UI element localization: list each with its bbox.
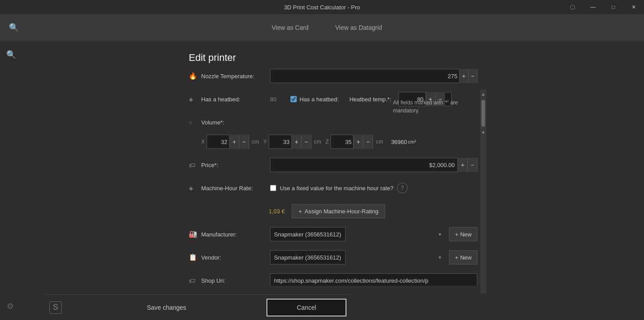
- vendor-new-plus-icon: +: [455, 254, 458, 261]
- vendor-new-label: New: [460, 254, 472, 261]
- y-unit: cm: [314, 139, 321, 145]
- z-decrement[interactable]: −: [363, 135, 373, 149]
- title-bar: 3D Print Cost Calculator - Pro ⬡ — □ ✕: [0, 0, 644, 14]
- shop-uri-row: 🏷 Shop Uri:: [189, 272, 477, 286]
- dialog-title: Edit printer: [180, 45, 486, 68]
- x-label: X: [201, 139, 205, 145]
- heatbed-static-value: 80: [270, 96, 276, 103]
- cancel-button[interactable]: Cancel: [266, 299, 346, 316]
- info-panel: All fields marked with '*' are mandatory…: [389, 94, 486, 119]
- price-content: + −: [270, 158, 477, 172]
- heatbed-checkbox-label: Has a heatbed:: [290, 96, 338, 103]
- nozzle-temp-decrement[interactable]: −: [468, 69, 477, 83]
- heatbed-label: Has a heatbed:: [201, 96, 270, 103]
- manufacturer-select[interactable]: Snapmaker (3656531612): [270, 227, 346, 241]
- manufacturer-row: 🏭 Manufacturer: Snapmaker (3656531612) ▼: [189, 226, 477, 242]
- mhr-checkbox-text: Use a fixed value for the machine hour r…: [280, 185, 394, 192]
- price-row: 🏷 Price*: + −: [189, 157, 477, 173]
- nozzle-temp-increment[interactable]: +: [459, 69, 468, 83]
- manufacturer-dropdown-wrapper: Snapmaker (3656531612) ▼: [270, 227, 445, 241]
- assign-mhr-button[interactable]: + Assign Machine-Hour-Rating: [292, 204, 385, 218]
- manufacturer-new-button[interactable]: + New: [449, 227, 477, 241]
- scroll-bar[interactable]: ▲ ▼: [480, 90, 486, 293]
- y-label: Y: [263, 139, 267, 145]
- shop-uri-label: Shop Uri:: [201, 277, 270, 284]
- save-changes-button[interactable]: Save changes: [67, 299, 266, 316]
- view-as-datagrid-link[interactable]: View as Datagrid: [335, 24, 382, 31]
- scroll-down-arrow[interactable]: ▼: [479, 128, 487, 137]
- manufacturer-label: Manufacturer:: [201, 231, 270, 238]
- x-input-group: + −: [207, 135, 249, 149]
- price-input-group: + −: [270, 158, 477, 172]
- heatbed-checkbox[interactable]: [290, 96, 297, 102]
- nozzle-temp-input-group: + −: [270, 69, 477, 83]
- z-increment[interactable]: +: [353, 135, 363, 149]
- price-input[interactable]: [270, 162, 457, 168]
- vendor-select[interactable]: Snapmaker (3656531612): [270, 250, 346, 264]
- volume-total: 36960: [391, 139, 407, 145]
- window-controls: ⬡ — □ ✕: [562, 0, 644, 14]
- maximize-button[interactable]: □: [603, 0, 624, 14]
- main-area: 🔍 ⚙ ▲ ▼ Edit printer All fields marked w…: [0, 41, 644, 320]
- mhr-content: Use a fixed value for the machine hour r…: [270, 183, 477, 193]
- minimize-button[interactable]: —: [583, 0, 603, 14]
- plus-icon: +: [298, 208, 302, 215]
- z-label: Z: [326, 139, 329, 145]
- nozzle-temp-icon: 🔥: [189, 72, 201, 80]
- y-input-group: + −: [269, 135, 311, 149]
- close-button[interactable]: ✕: [624, 0, 644, 14]
- volume-total-unit: cm³: [408, 139, 416, 144]
- nozzle-temp-content: + −: [270, 69, 477, 83]
- left-sidebar: 🔍: [0, 41, 22, 320]
- vendor-new-button[interactable]: + New: [449, 250, 477, 264]
- footer-icon: S: [44, 301, 67, 314]
- y-decrement[interactable]: −: [301, 135, 311, 149]
- nav-links: View as Card View as Datagrid: [19, 24, 635, 31]
- z-input[interactable]: [331, 139, 353, 145]
- dialog-footer: S Save changes Cancel: [44, 294, 351, 320]
- mhr-checkbox[interactable]: [270, 185, 276, 191]
- x-unit: cm: [252, 139, 259, 145]
- shop-uri-input[interactable]: [270, 273, 477, 286]
- y-input[interactable]: [269, 139, 291, 145]
- mhr-checkbox-label: Use a fixed value for the machine hour r…: [270, 185, 394, 192]
- volume-inputs: X + − cm Y + − cm: [201, 135, 416, 149]
- x-increment[interactable]: +: [229, 135, 239, 149]
- mhr-value: 1,03 €: [269, 208, 285, 215]
- volume-inputs-row: X + − cm Y + − cm: [189, 134, 477, 150]
- sidebar-search-icon[interactable]: 🔍: [6, 50, 16, 60]
- vendor-row: 📋 Vendor: Snapmaker (3656531612) ▼ +: [189, 249, 477, 265]
- x-decrement[interactable]: −: [239, 135, 249, 149]
- price-increment[interactable]: +: [457, 158, 467, 172]
- mhr-assign-content: 1,03 € + Assign Machine-Hour-Rating: [269, 204, 477, 218]
- mhr-assign-row: 1,03 € + Assign Machine-Hour-Rating: [189, 203, 477, 219]
- dialog: ▲ ▼ Edit printer All fields marked with …: [22, 41, 644, 320]
- manufacturer-dropdown-group: Snapmaker (3656531612) ▼ + New: [270, 227, 477, 241]
- gear-icon[interactable]: ⚙: [7, 301, 14, 311]
- vendor-icon: 📋: [189, 253, 201, 261]
- manufacturer-content: Snapmaker (3656531612) ▼ + New: [270, 227, 477, 241]
- nav-bar: 🔍 View as Card View as Datagrid: [0, 14, 644, 41]
- y-increment[interactable]: +: [291, 135, 301, 149]
- vendor-content: Snapmaker (3656531612) ▼ + New: [270, 250, 477, 264]
- price-icon: 🏷: [189, 161, 201, 169]
- volume-label: Volume*:: [201, 119, 270, 126]
- manufacturer-icon: 🏭: [189, 230, 201, 238]
- manufacturer-dropdown-arrow: ▼: [437, 232, 442, 237]
- heatbed-nested-label: Has a heatbed:: [299, 96, 338, 103]
- vendor-dropdown-arrow: ▼: [437, 255, 442, 260]
- nozzle-temp-input[interactable]: [270, 73, 459, 80]
- heatbed-icon: ◈: [189, 96, 201, 103]
- mhr-label: Machine-Hour Rate:: [201, 185, 270, 192]
- search-icon[interactable]: 🔍: [9, 23, 19, 32]
- price-label: Price*:: [201, 162, 270, 168]
- x-input[interactable]: [207, 139, 229, 145]
- mhr-help-button[interactable]: ?: [397, 183, 408, 193]
- footer-brand-icon: S: [49, 301, 62, 314]
- price-decrement[interactable]: −: [467, 158, 477, 172]
- app-title: 3D Print Cost Calculator - Pro: [284, 4, 360, 11]
- nozzle-temp-label: Nozzle Temperature:: [201, 73, 270, 80]
- manufacturer-new-label: New: [460, 231, 472, 238]
- dialog-panel: ▲ ▼ Edit printer All fields marked with …: [180, 45, 486, 320]
- view-as-card-link[interactable]: View as Card: [272, 24, 309, 31]
